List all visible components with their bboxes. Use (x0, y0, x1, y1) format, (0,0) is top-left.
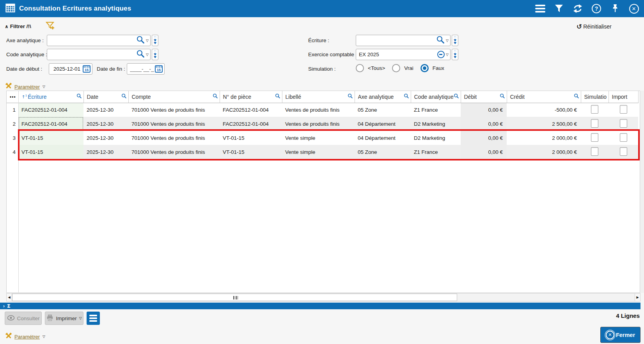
sum-bar[interactable]: › Σ (0, 303, 640, 309)
cell-piece[interactable]: FAC202512-01-004 (220, 103, 282, 117)
cell-date[interactable]: 2025-12-30 (83, 145, 128, 159)
axe-analytique-input[interactable] (47, 35, 150, 46)
chevron-down-icon[interactable]: ▽ (146, 53, 149, 57)
cell-compte[interactable]: 701000 Ventes de produits finis (128, 131, 220, 145)
chevron-down-icon[interactable]: ▽ (446, 39, 449, 43)
imprimer-button[interactable]: Imprimer ▽ (45, 312, 83, 325)
chevron-down-icon[interactable]: ▽ (446, 53, 449, 57)
exercice-comptable-input[interactable] (356, 49, 450, 60)
import-checkbox[interactable] (620, 147, 627, 156)
cell-piece[interactable]: FAC202512-01-004 (220, 117, 282, 131)
column-search-icon[interactable] (454, 93, 459, 100)
column-search-icon[interactable] (76, 93, 82, 100)
calendar-icon[interactable]: 15 (155, 65, 163, 73)
col-header-compte[interactable]: Compte (128, 91, 220, 103)
col-header-ecriture[interactable]: ↑1 Écriture (18, 91, 83, 103)
column-search-icon[interactable] (348, 93, 353, 100)
col-header-code[interactable]: Code analytique (411, 91, 461, 103)
col-header-simulation[interactable]: Simulatio (581, 91, 609, 103)
column-search-icon[interactable] (500, 93, 505, 100)
favorites-picker-icon[interactable]: ♡♥♥ (452, 35, 458, 46)
parametrer-bottom-link[interactable]: Paramétrer ▽ (5, 332, 45, 341)
cell-code[interactable]: Z1 France (411, 103, 461, 117)
code-analytique-input[interactable] (47, 49, 150, 60)
radio-tous[interactable] (356, 64, 364, 72)
collapse-filter-icon[interactable]: ∧ (5, 24, 9, 29)
chevron-down-icon[interactable]: ▽ (146, 39, 149, 43)
cell-code[interactable]: D2 Marketing (411, 131, 461, 145)
add-filter-icon[interactable] (46, 21, 55, 33)
column-search-icon[interactable] (574, 93, 579, 100)
parametrer-top-link[interactable]: Paramétrer ▽ (5, 82, 45, 91)
col-header-credit[interactable]: Crédit (507, 91, 581, 103)
cell-ecriture[interactable]: VT-01-15 (18, 131, 83, 145)
cell-axe[interactable]: 05 Zone (355, 145, 411, 159)
cell-ecriture[interactable]: FAC202512-01-004 (18, 117, 83, 131)
expand-sum-icon[interactable]: › (3, 303, 5, 309)
calendar-icon[interactable]: 15 (83, 65, 90, 73)
cell-date[interactable]: 2025-12-30 (83, 117, 128, 131)
search-icon[interactable] (436, 36, 445, 46)
cell-compte[interactable]: 701000 Ventes de produits finis (128, 103, 220, 117)
column-search-icon[interactable] (404, 93, 409, 100)
cell-date[interactable]: 2025-12-30 (83, 131, 128, 145)
cell-debit[interactable]: 0,00 € (461, 131, 507, 145)
table-row[interactable]: 3 VT-01-15 2025-12-30 701000 Ventes de p… (7, 131, 638, 145)
close-icon[interactable]: ✕ (628, 3, 639, 14)
table-row[interactable]: 2 FAC202512-01-004 2025-12-30 701000 Ven… (7, 117, 638, 131)
table-row[interactable]: 4 VT-01-15 2025-12-30 701000 Ventes de p… (7, 145, 638, 159)
cell-credit[interactable]: 2 000,00 € (507, 131, 581, 145)
cell-piece[interactable]: VT-01-15 (220, 145, 282, 159)
column-search-icon[interactable] (213, 93, 218, 100)
cell-ecriture[interactable]: VT-01-15 (18, 145, 83, 159)
cell-compte[interactable]: 701000 Ventes de produits finis (128, 117, 220, 131)
cell-libelle[interactable]: Ventes de produits finis (282, 103, 355, 117)
cell-credit[interactable]: -500,00 € (507, 103, 581, 117)
import-checkbox[interactable] (620, 133, 627, 142)
cell-debit[interactable]: 0,00 € (461, 117, 507, 131)
refresh-icon[interactable] (572, 3, 583, 14)
cell-code[interactable]: Z1 France (411, 145, 461, 159)
chevron-down-icon[interactable]: ▽ (79, 316, 82, 320)
col-header-date[interactable]: Date (83, 91, 128, 103)
col-header-debit[interactable]: Débit (461, 91, 507, 103)
row-menu-header[interactable]: ••• (7, 91, 18, 103)
simulation-checkbox[interactable] (591, 105, 598, 114)
col-header-axe[interactable]: Axe analytique (355, 91, 411, 103)
cell-libelle[interactable]: Ventes de produits finis (282, 117, 355, 131)
scroll-left-arrow[interactable]: ◀ (7, 294, 12, 301)
radio-vrai[interactable] (392, 64, 400, 72)
cell-code[interactable]: D2 Marketing (411, 117, 461, 131)
cell-libelle[interactable]: Vente simple (282, 145, 355, 159)
cell-axe[interactable]: 04 Département (355, 131, 411, 145)
search-icon[interactable] (136, 50, 145, 60)
cell-axe[interactable]: 05 Zone (355, 103, 411, 117)
favorites-picker-icon[interactable]: ♡♥♥ (452, 49, 458, 60)
scroll-right-arrow[interactable]: ▶ (635, 294, 640, 301)
scrollbar-thumb[interactable] (12, 294, 457, 301)
cell-debit[interactable]: 0,00 € (461, 103, 507, 117)
col-header-piece[interactable]: N° de pièce (220, 91, 282, 103)
column-search-icon[interactable] (275, 93, 280, 100)
search-icon[interactable] (136, 36, 145, 46)
cell-ecriture[interactable]: FAC202512-01-004 (18, 103, 83, 117)
column-search-icon[interactable] (121, 93, 127, 100)
cell-piece[interactable]: VT-01-15 (220, 131, 282, 145)
consulter-button[interactable]: Consulter (5, 312, 42, 325)
col-header-import[interactable]: Import (609, 91, 638, 103)
cell-libelle[interactable]: Vente simple (282, 131, 355, 145)
import-checkbox[interactable] (620, 105, 627, 114)
cell-axe[interactable]: 04 Département (355, 117, 411, 131)
simulation-checkbox[interactable] (591, 119, 598, 128)
simulation-checkbox[interactable] (591, 133, 598, 142)
pin-icon[interactable] (610, 3, 621, 14)
cell-debit[interactable]: 0,00 € (461, 145, 507, 159)
cell-credit[interactable]: 2 000,00 € (507, 145, 581, 159)
help-icon[interactable]: ? (591, 3, 602, 14)
grid-menu-button[interactable] (87, 312, 100, 325)
col-header-libelle[interactable]: Libellé (282, 91, 355, 103)
fermer-button[interactable]: ✕ Fermer (600, 327, 640, 343)
horizontal-scrollbar[interactable]: ◀ ▶ (6, 293, 640, 301)
favorites-picker-icon[interactable]: ♡♥♥ (152, 35, 158, 46)
cell-date[interactable]: 2025-12-30 (83, 103, 128, 117)
